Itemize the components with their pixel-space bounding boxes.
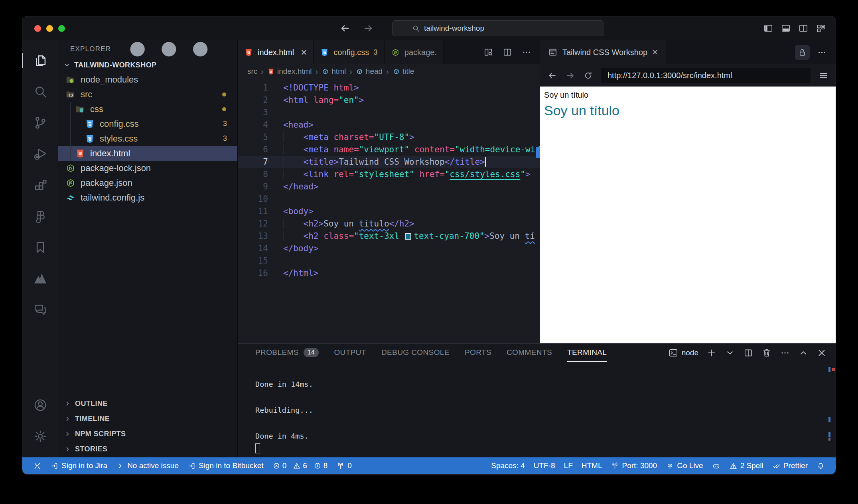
activity-account[interactable] — [22, 390, 58, 421]
info-icon — [314, 462, 322, 470]
breadcrumb-item-src[interactable]: src — [247, 67, 257, 76]
tree-item-package-lock.json[interactable]: JSpackage-lock.json — [58, 161, 237, 175]
hamburger-menu-icon[interactable] — [819, 71, 828, 81]
ellipsis-icon[interactable] — [780, 348, 790, 358]
panel-tab-terminal[interactable]: TERMINAL — [567, 344, 607, 362]
layout-sidebar-icon[interactable] — [763, 23, 773, 33]
layout-split-icon[interactable] — [798, 23, 809, 33]
active-terminal[interactable]: node — [668, 348, 698, 358]
activity-figma[interactable] — [22, 201, 58, 232]
layout-grid-icon[interactable] — [816, 23, 826, 33]
tree-item-label: node_modules — [81, 75, 138, 85]
ellipsis-icon[interactable] — [521, 47, 532, 57]
status-item-sign-in-to-jira[interactable]: Sign in to Jira — [46, 461, 112, 470]
more-actions-icon[interactable] — [817, 47, 827, 57]
activity-files[interactable] — [22, 45, 58, 76]
sidebar-section-timeline[interactable]: TIMELINE — [58, 411, 237, 426]
status-item-html[interactable]: HTML — [577, 461, 607, 470]
status-item-2-spell[interactable]: 2 Spell — [725, 461, 768, 470]
go-back-icon[interactable] — [339, 23, 351, 34]
tab-package-[interactable]: JSpackage. — [385, 40, 444, 64]
tree-item-src[interactable]: src — [58, 87, 237, 102]
status-item-copilot[interactable] — [708, 462, 725, 470]
status-item-prettier[interactable]: Prettier — [768, 461, 812, 470]
status-item-0[interactable]: 0 — [332, 461, 356, 470]
preview-back-icon[interactable] — [547, 71, 557, 81]
workspace-root-folder[interactable]: TAILWIND-WORKSHOP — [58, 58, 237, 72]
status-item-sign-in-to-bitbucket[interactable]: Sign in to Bitbucket — [183, 461, 268, 470]
open-preview-icon[interactable] — [483, 47, 493, 57]
status-item-lf[interactable]: LF — [560, 461, 577, 470]
command-center-search[interactable]: tailwind-workshop — [392, 20, 604, 36]
activity-settings-gear[interactable] — [22, 421, 58, 452]
close-icon[interactable]: × — [301, 47, 307, 57]
terminal-output[interactable]: Done in 14ms. Rebuilding... Done in 4ms. — [238, 362, 836, 457]
tab-index-html[interactable]: index.html× — [238, 40, 314, 64]
breadcrumb-item-title[interactable]: title — [393, 67, 414, 76]
preview-browser-toolbar: http://127.0.0.1:3000/src/index.html — [540, 64, 836, 87]
terminal-scroll-marker — [828, 432, 830, 437]
lock-preview-button[interactable] — [795, 45, 810, 60]
status-item-label: Spaces: 4 — [491, 461, 525, 470]
panel-tab-problems[interactable]: PROBLEMS14 — [255, 344, 319, 362]
status-item-item[interactable]: 068 — [268, 461, 332, 470]
chevron-up-icon[interactable] — [798, 348, 809, 358]
close-window-button[interactable] — [34, 25, 41, 32]
activity-source-control[interactable] — [22, 107, 58, 138]
sidebar-section-outline[interactable]: OUTLINE — [58, 396, 237, 411]
tree-item-styles.css[interactable]: styles.css3 — [58, 131, 237, 146]
activity-search[interactable] — [22, 76, 58, 107]
breadcrumb-item-head[interactable]: head — [356, 67, 383, 76]
status-item-spaces-4[interactable]: Spaces: 4 — [487, 461, 529, 470]
preview-forward-icon[interactable] — [565, 71, 575, 81]
close-icon[interactable]: × — [652, 47, 658, 58]
activity-bookmark[interactable] — [22, 232, 58, 263]
panel-tab-comments[interactable]: COMMENTS — [507, 344, 552, 362]
activity-run-debug[interactable] — [22, 138, 58, 169]
activity-chat[interactable] — [22, 294, 58, 325]
tree-item-tailwind.config.js[interactable]: tailwind.config.js — [58, 190, 237, 205]
split-editor-icon[interactable] — [743, 348, 753, 358]
minimize-window-button[interactable] — [46, 25, 53, 32]
chevron-down-icon[interactable] — [725, 348, 735, 358]
tab-browser-preview[interactable]: Tailwind CSS Workshop × — [540, 40, 666, 64]
panel-tab-ports[interactable]: PORTS — [465, 344, 491, 362]
status-item-no-active-issue[interactable]: No active issue — [112, 461, 183, 470]
split-editor-icon[interactable] — [502, 47, 513, 57]
tree-item-index.html[interactable]: index.html — [58, 146, 237, 161]
zoom-window-button[interactable] — [58, 25, 65, 32]
tree-item-package.json[interactable]: JSpackage.json — [58, 175, 237, 190]
preview-url-input[interactable]: http://127.0.0.1:3000/src/index.html — [601, 68, 811, 83]
go-forward-icon[interactable] — [363, 23, 374, 34]
panel-tab-debug-console[interactable]: DEBUG CONSOLE — [381, 344, 450, 362]
tree-item-config.css[interactable]: config.css3 — [58, 116, 237, 131]
sidebar-section-npm-scripts[interactable]: NPM SCRIPTS — [58, 426, 237, 441]
activity-atlassian[interactable] — [22, 263, 58, 294]
line-number: 16 — [238, 267, 268, 280]
terminal-scroll-marker — [828, 417, 830, 422]
code-line-10: 10 — [238, 193, 540, 205]
color-swatch[interactable] — [405, 233, 411, 240]
status-item-bell[interactable] — [812, 462, 829, 470]
breadcrumb-item-index-html[interactable]: index.html — [267, 67, 312, 76]
section-label: TIMELINE — [75, 415, 110, 423]
status-item-tools[interactable] — [29, 462, 46, 470]
desktop: tailwind-workshop EXPLORER TAILWIND-WORK… — [0, 0, 858, 504]
layout-panel-icon[interactable] — [781, 23, 791, 33]
breadcrumb-item-html[interactable]: html — [322, 67, 346, 76]
panel-tab-output[interactable]: OUTPUT — [334, 344, 366, 362]
trash-icon[interactable] — [761, 348, 772, 358]
node-modules-folder-icon — [65, 75, 76, 85]
tree-item-css[interactable]: css — [58, 102, 237, 116]
close-icon[interactable] — [817, 348, 827, 358]
sidebar-section-stories[interactable]: STORIES — [58, 441, 237, 457]
code-editor[interactable]: 1<!DOCTYPE html>2<html lang="en">34<head… — [238, 79, 540, 343]
plus-icon[interactable] — [706, 348, 717, 358]
status-item-go-live[interactable]: Go Live — [661, 461, 707, 470]
status-item-utf-8[interactable]: UTF-8 — [529, 461, 560, 470]
status-item-port-3000[interactable]: Port: 3000 — [606, 461, 661, 470]
tab-config-css[interactable]: config.css3 — [314, 40, 385, 64]
activity-extensions[interactable] — [22, 169, 58, 201]
preview-reload-icon[interactable] — [583, 71, 593, 81]
tree-item-node_modules[interactable]: node_modules — [58, 72, 237, 87]
